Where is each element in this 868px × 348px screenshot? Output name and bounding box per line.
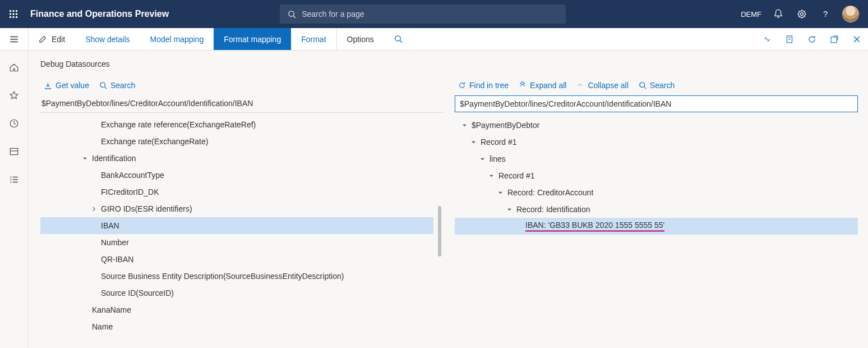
caret-right-icon[interactable] (90, 205, 98, 213)
tree-node-label: Exchange rate reference(ExchangeRateRef) (101, 120, 256, 129)
tree-node-label: FICreditorID_DK (101, 187, 159, 196)
content: Debug Datasources Get value Search $Paym… (28, 51, 868, 348)
tree-node-label: Record #1 (481, 138, 517, 146)
topbar-right: DEMF (741, 6, 861, 22)
tree-node-label: GIRO IDs(ESR identifiers) (101, 204, 192, 213)
tree-node[interactable]: Identification (40, 150, 433, 167)
format-button[interactable]: Format (291, 28, 336, 50)
right-search-button[interactable]: Search (639, 81, 675, 90)
tree-node[interactable]: Number (40, 234, 433, 251)
caret-down-icon[interactable] (460, 121, 468, 129)
tree-node[interactable]: KanaName (40, 301, 433, 318)
rail-home-icon[interactable] (7, 61, 21, 74)
left-search-button[interactable]: Search (99, 81, 135, 90)
find-in-tree-label: Find in tree (469, 81, 509, 90)
search-icon (639, 81, 647, 89)
app-title: Finance and Operations Preview (30, 9, 169, 19)
right-path-input[interactable] (455, 95, 858, 112)
tree-node[interactable]: Source ID(SourceID) (40, 285, 433, 301)
expand-all-button[interactable]: Expand all (519, 81, 566, 90)
tree-node[interactable]: IBAN: 'GB33 BUKB 2020 1555 5555 55' (455, 218, 858, 235)
left-icon-rail (0, 51, 28, 348)
tree-node[interactable]: Exchange rate reference(ExchangeRateRef) (40, 116, 433, 133)
tree-node-label: Name (92, 322, 113, 331)
settings-icon[interactable] (795, 7, 809, 21)
show-details-button[interactable]: Show details (75, 28, 140, 50)
tree-node[interactable]: Record #1 (455, 167, 858, 184)
right-search-label: Search (650, 81, 675, 90)
cmd-search-button[interactable] (384, 28, 413, 50)
user-avatar[interactable] (842, 6, 859, 22)
model-mapping-button[interactable]: Model mapping (140, 28, 214, 50)
format-label: Format (301, 35, 326, 44)
edit-button[interactable]: Edit (29, 28, 75, 50)
left-tree[interactable]: Exchange rate reference(ExchangeRateRef)… (40, 116, 444, 348)
tree-node[interactable]: Source Business Entity Description(Sourc… (40, 268, 433, 285)
tree-node[interactable]: $PaymentByDebtor (455, 117, 858, 134)
rail-workspaces-icon[interactable] (7, 145, 21, 158)
tree-node-label: Identification (92, 154, 136, 163)
notifications-icon[interactable] (772, 7, 785, 21)
tree-node-label: Source ID(SourceID) (101, 289, 174, 297)
tree-node-label: QR-IBAN (101, 255, 133, 264)
close-icon[interactable] (846, 35, 868, 44)
model-mapping-label: Model mapping (150, 35, 204, 44)
tree-node-label: BankAccountType (101, 171, 164, 180)
search-icon (288, 10, 296, 19)
caret-down-icon[interactable] (469, 138, 477, 146)
rail-modules-icon[interactable] (7, 173, 21, 186)
help-icon[interactable] (819, 7, 832, 21)
edit-icon (39, 35, 47, 43)
find-in-tree-button[interactable]: Find in tree (458, 81, 509, 90)
caret-down-icon[interactable] (505, 205, 513, 213)
format-mapping-button[interactable]: Format mapping (214, 28, 291, 50)
top-bar: Finance and Operations Preview DEMF (0, 0, 868, 28)
caret-down-icon[interactable] (478, 155, 486, 163)
caret-down-icon[interactable] (81, 154, 89, 162)
tree-node[interactable]: FICreditorID_DK (40, 184, 433, 200)
link-icon[interactable] (756, 35, 778, 44)
options-button[interactable]: Options (337, 28, 384, 50)
tree-node[interactable]: Exchange rate(ExchangeRate) (40, 133, 433, 150)
tree-node-label: IBAN (101, 221, 119, 230)
options-label: Options (347, 35, 374, 44)
download-icon (44, 81, 52, 90)
tree-node-label: IBAN: 'GB33 BUKB 2020 1555 5555 55' (525, 221, 664, 232)
caret-down-icon[interactable] (487, 172, 495, 180)
right-tree[interactable]: $PaymentByDebtorRecord #1linesRecord #1R… (455, 117, 858, 348)
rail-favorites-icon[interactable] (7, 89, 21, 102)
tree-node[interactable]: Record: CreditorAccount (455, 184, 858, 201)
rail-recent-icon[interactable] (7, 117, 21, 130)
right-panel: Find in tree Expand all Collapse all Sea… (455, 79, 858, 348)
document-icon[interactable] (778, 35, 801, 44)
left-path: $PaymentByDebtor/lines/CreditorAccount/I… (40, 95, 444, 113)
scrollbar-thumb[interactable] (438, 206, 441, 257)
tree-node[interactable]: IBAN (40, 217, 433, 234)
tree-node[interactable]: BankAccountType (40, 167, 433, 184)
tree-node[interactable]: Name (40, 318, 433, 335)
get-value-button[interactable]: Get value (44, 81, 89, 90)
tree-node[interactable]: QR-IBAN (40, 251, 433, 268)
legal-entity[interactable]: DEMF (741, 10, 761, 19)
popout-icon[interactable] (823, 35, 846, 44)
expand-all-label: Expand all (530, 81, 566, 90)
tree-node[interactable]: lines (455, 150, 858, 167)
nav-toggle-icon[interactable] (0, 28, 28, 50)
tree-node-label: KanaName (92, 305, 131, 314)
tree-node-label: Record #1 (498, 171, 535, 180)
collapse-all-button[interactable]: Collapse all (576, 81, 628, 90)
main-area: Debug Datasources Get value Search $Paym… (0, 51, 868, 348)
refresh-icon[interactable] (801, 35, 823, 44)
caret-down-icon[interactable] (496, 189, 504, 196)
tree-node[interactable]: Record #1 (455, 134, 858, 150)
get-value-label: Get value (56, 81, 89, 90)
collapse-all-label: Collapse all (588, 81, 628, 90)
expand-icon (519, 81, 527, 89)
collapse-icon (576, 81, 584, 89)
app-launcher-icon[interactable] (7, 7, 20, 21)
show-details-label: Show details (85, 35, 130, 44)
global-search[interactable] (280, 4, 566, 24)
global-search-input[interactable] (302, 10, 558, 19)
tree-node[interactable]: Record: Identification (455, 201, 858, 218)
tree-node[interactable]: GIRO IDs(ESR identifiers) (40, 200, 433, 217)
